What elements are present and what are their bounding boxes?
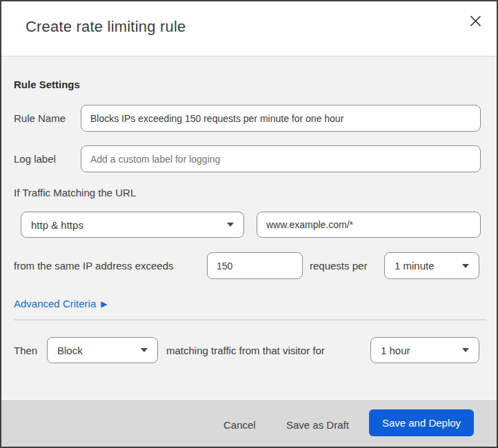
action-select[interactable]: Block — [47, 337, 158, 363]
chevron-down-icon — [141, 348, 148, 352]
duration-select[interactable]: 1 hour — [370, 337, 479, 363]
rule-name-input[interactable] — [81, 105, 481, 132]
section-divider — [14, 319, 486, 320]
arrow-right-icon: ▶ — [101, 300, 107, 308]
dialog-header: Create rate limiting rule — [1, 1, 497, 57]
matching-traffic-label: matching traffic from that visitor for — [166, 345, 325, 356]
cancel-button[interactable]: Cancel — [218, 415, 261, 435]
chevron-down-icon — [462, 348, 469, 352]
advanced-criteria-label: Advanced Criteria — [14, 298, 96, 309]
action-select-value: Block — [57, 345, 83, 356]
exceeds-label: from the same IP address exceeds — [14, 260, 174, 272]
rule-settings-heading: Rule Settings — [14, 79, 80, 90]
scheme-select-value: http & https — [31, 219, 83, 231]
chevron-down-icon — [227, 223, 234, 227]
period-select[interactable]: 1 minute — [384, 252, 479, 279]
close-button[interactable] — [466, 13, 484, 31]
duration-select-value: 1 hour — [381, 345, 410, 356]
rule-name-label: Rule Name — [14, 112, 66, 124]
advanced-criteria-link[interactable]: Advanced Criteria ▶ — [14, 298, 107, 309]
url-input[interactable] — [257, 212, 481, 238]
create-rate-limiting-rule-dialog: Create rate limiting rule Rule Settings … — [0, 0, 498, 448]
save-as-draft-button[interactable]: Save as Draft — [281, 415, 355, 435]
log-label-label: Log label — [14, 153, 56, 165]
traffic-matching-heading: If Traffic Matching the URL — [14, 187, 136, 198]
save-and-deploy-button[interactable]: Save and Deploy — [369, 409, 474, 436]
dialog-title: Create rate limiting rule — [26, 18, 186, 36]
request-count-input[interactable] — [207, 252, 303, 279]
close-icon — [470, 15, 481, 29]
requests-per-label: requests per — [310, 260, 367, 272]
scheme-select[interactable]: http & https — [21, 212, 244, 238]
log-label-input[interactable] — [81, 145, 481, 172]
dialog-footer: Cancel Save as Draft Save and Deploy — [1, 398, 497, 447]
then-label: Then — [14, 345, 37, 356]
chevron-down-icon — [462, 264, 469, 268]
period-select-value: 1 minute — [395, 260, 435, 272]
